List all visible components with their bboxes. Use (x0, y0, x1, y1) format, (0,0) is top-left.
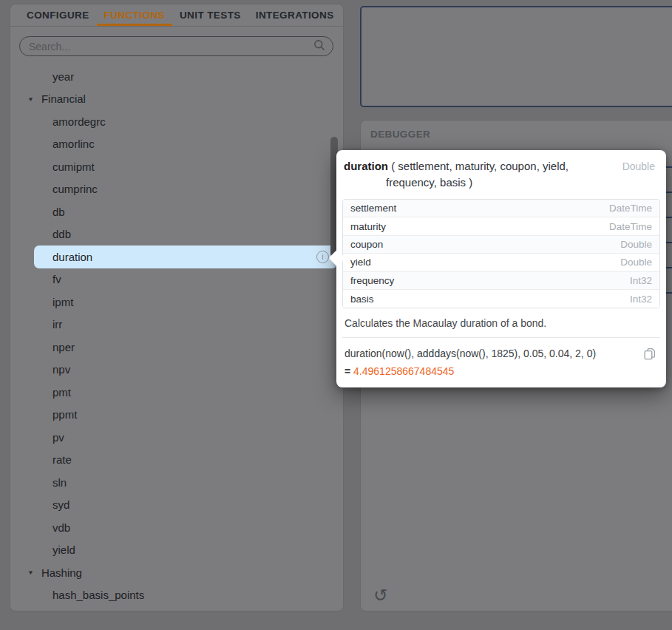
function-item-cumprinc[interactable]: cumprinc (10, 178, 343, 201)
function-item-vdb[interactable]: vdb (10, 516, 343, 539)
info-icon[interactable]: i (316, 251, 329, 263)
tab-unit-tests[interactable]: UNIT TESTS (172, 4, 248, 26)
function-label: amorlinc (52, 138, 95, 150)
function-item-pv[interactable]: pv (10, 426, 343, 449)
function-label: sln (52, 476, 67, 489)
function-list: year▼Financialamordegrcamorlinccumipmtcu… (10, 65, 343, 606)
param-row-frequency: frequencyInt32 (343, 272, 659, 290)
function-label: pv (52, 431, 64, 444)
function-label: npv (52, 363, 70, 376)
function-info-popover: duration ( settlement, maturity, coupon,… (336, 150, 666, 387)
param-row-basis: basisInt32 (343, 290, 659, 308)
param-name: settlement (350, 203, 396, 214)
function-label: pmt (52, 386, 71, 399)
function-label: db (52, 206, 65, 218)
function-item-sln[interactable]: sln (10, 471, 343, 494)
function-item-year[interactable]: year (10, 65, 343, 88)
function-item-pmt[interactable]: pmt (10, 381, 343, 404)
chevron-down-icon: ▼ (27, 95, 34, 102)
function-label: vdb (52, 521, 70, 534)
function-label: fv (52, 273, 61, 285)
function-signature: duration ( settlement, maturity, coupon,… (344, 158, 619, 191)
function-item-hash_basis_points[interactable]: hash_basis_points (10, 584, 343, 607)
tab-bar: CONFIGUREFUNCTIONSUNIT TESTSINTEGRATIONS (10, 4, 343, 27)
example-result: = 4.4961258667484545 (345, 365, 658, 377)
param-type: DateTime (609, 221, 652, 232)
param-name: frequency (350, 275, 394, 286)
function-label: amordegrc (52, 115, 106, 128)
search-box (19, 36, 333, 56)
function-item-db[interactable]: db (10, 200, 343, 223)
function-params-text: ( settlement, maturity, coupon, yield, f… (386, 160, 569, 189)
function-item-ipmt[interactable]: ipmt (10, 291, 343, 314)
result-value: 4.4961258667484545 (353, 365, 454, 377)
param-row-maturity: maturityDateTime (343, 217, 659, 235)
param-name: maturity (350, 221, 386, 232)
function-item-irr[interactable]: irr (10, 314, 343, 336)
function-item-rate[interactable]: rate (10, 449, 343, 472)
param-name: yield (350, 257, 371, 268)
function-label: duration (52, 251, 92, 263)
param-row-coupon: couponDouble (343, 236, 659, 254)
param-row-yield: yieldDouble (343, 254, 659, 271)
function-label: hash_basis_points (52, 589, 144, 601)
function-group-Financial[interactable]: ▼Financial (10, 88, 343, 111)
function-item-fv[interactable]: fv (10, 268, 343, 291)
function-name: duration (344, 160, 388, 172)
function-label: rate (52, 453, 72, 466)
popover-header: duration ( settlement, maturity, coupon,… (336, 150, 666, 195)
search-input[interactable] (29, 41, 309, 52)
function-item-duration[interactable]: durationi (34, 245, 337, 268)
param-type: Int32 (630, 275, 652, 286)
parameter-table: settlementDateTimematurityDateTimecoupon… (342, 199, 660, 308)
search-icon (313, 39, 325, 54)
function-label: irr (52, 318, 62, 331)
function-group-Hashing[interactable]: ▼Hashing (10, 561, 343, 584)
expression-editor[interactable] (360, 6, 672, 107)
function-item-npv[interactable]: npv (10, 359, 343, 382)
param-type: Double (620, 257, 652, 268)
function-item-amordegrc[interactable]: amordegrc (10, 110, 343, 133)
function-label: cumipmt (52, 160, 95, 173)
app-window: CONFIGUREFUNCTIONSUNIT TESTSINTEGRATIONS… (0, 0, 672, 630)
function-item-ppmt[interactable]: ppmt (10, 404, 343, 427)
function-label: ipmt (52, 296, 73, 308)
function-item-yield[interactable]: yield (10, 539, 343, 562)
function-item-amorlinc[interactable]: amorlinc (10, 133, 343, 156)
tab-configure[interactable]: CONFIGURE (19, 4, 97, 26)
param-type: DateTime (609, 203, 652, 214)
function-label: syd (52, 498, 69, 511)
debugger-title: DEBUGGER (370, 129, 430, 140)
function-label: cumprinc (52, 183, 98, 195)
param-name: basis (350, 294, 374, 305)
function-label: ddb (52, 228, 71, 240)
chevron-down-icon: ▼ (27, 569, 34, 576)
tab-functions[interactable]: FUNCTIONS (97, 4, 172, 26)
example-row: duration(now(), adddays(now(), 1825), 0.… (345, 348, 658, 362)
copy-icon[interactable] (644, 348, 656, 362)
param-type: Double (620, 239, 652, 250)
param-name: coupon (350, 239, 383, 250)
param-type: Int32 (630, 294, 652, 305)
function-label: nper (52, 341, 75, 353)
function-label: ppmt (52, 408, 77, 421)
function-label: Hashing (41, 566, 82, 579)
function-item-syd[interactable]: syd (10, 494, 343, 517)
function-item-cumipmt[interactable]: cumipmt (10, 155, 343, 178)
refresh-icon[interactable]: ↺ (371, 586, 390, 605)
function-label: year (52, 70, 74, 83)
return-type: Double (622, 158, 655, 172)
functions-panel: CONFIGUREFUNCTIONSUNIT TESTSINTEGRATIONS… (10, 4, 344, 612)
function-item-nper[interactable]: nper (10, 336, 343, 359)
result-equals: = (345, 365, 350, 377)
function-label: Financial (41, 92, 86, 105)
param-row-settlement: settlementDateTime (343, 200, 659, 217)
function-item-ddb[interactable]: ddb (10, 223, 343, 246)
tab-integrations[interactable]: INTEGRATIONS (248, 4, 342, 26)
function-label: yield (52, 543, 75, 556)
function-description: Calculates the Macaulay duration of a bo… (345, 317, 658, 329)
popover-divider (342, 337, 660, 338)
example-code: duration(now(), adddays(now(), 1825), 0.… (345, 348, 596, 359)
